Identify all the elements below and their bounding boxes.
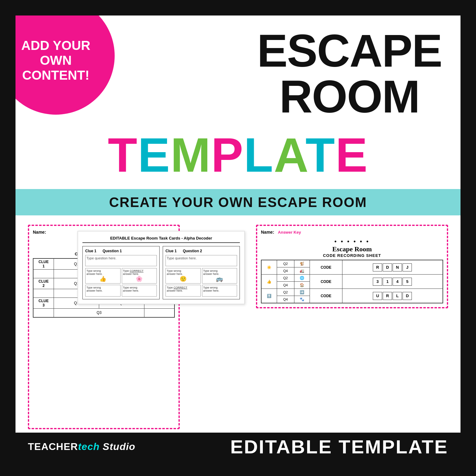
ak-code-answers-1: R D N J bbox=[342, 260, 443, 275]
ws-clue-1-q3 bbox=[33, 270, 54, 278]
ws-right-escape-room: Escape Room bbox=[261, 245, 443, 253]
ws-right-recording: CODE RECORDING SHEET bbox=[261, 253, 443, 258]
editable-template-text: EDITABLE TEMPLATE bbox=[230, 436, 448, 458]
brand-teacher: TEACHER bbox=[28, 441, 78, 452]
ws-clue-2-q3 bbox=[33, 289, 54, 298]
ak-code-answers-3: U R L D bbox=[342, 289, 443, 303]
ak-emoji-globe: 🌐 bbox=[294, 275, 310, 282]
ak-code-answers-2: 3 1 4 5 bbox=[342, 275, 443, 289]
brand-studio: Studio bbox=[103, 441, 135, 452]
ws-clue-3-label: CLUE3 bbox=[33, 298, 54, 309]
ak-q4-2: Q4 bbox=[277, 282, 294, 289]
ak-emoji-right: ➡️ bbox=[294, 289, 310, 296]
pink-blob-text: ADD YOUROWNCONTENT! bbox=[15, 20, 100, 92]
ws-clue-1-label: CLUE1 bbox=[33, 258, 54, 270]
ak-emoji-monkey: 🐒 bbox=[294, 260, 310, 267]
main-container: ⚡ ADD YOUROWNCONTENT! ESCAPE ROOM TEMPLA… bbox=[15, 15, 461, 461]
ak-emoji-paw: 🐾 bbox=[294, 296, 310, 303]
task-q2-answers: Type wronganswer here. 🙂 Type wronganswe… bbox=[165, 268, 237, 297]
escape-room-title: ESCAPE ROOM bbox=[257, 28, 442, 120]
pink-blob: ADD YOUROWNCONTENT! bbox=[15, 15, 115, 115]
ak-emoji-truck: 🚛 bbox=[294, 267, 310, 275]
task-section-1: Clue 1 Question 1 Type question here. Ty… bbox=[82, 246, 160, 299]
answer-key-table: ☀️ Q2 🐒 CODE R D N J Q4 🚛 bbox=[261, 260, 443, 303]
template-m: M bbox=[170, 128, 211, 182]
task-card-grid: Clue 1 Question 1 Type question here. Ty… bbox=[82, 246, 240, 299]
task-clue-1: Clue 1 bbox=[85, 249, 96, 253]
task-answer-1-4: Type wronganswer here. bbox=[122, 285, 157, 297]
brand-tech: tech bbox=[78, 441, 100, 452]
escape-text: ESCAPE bbox=[257, 28, 442, 74]
template-l: L bbox=[244, 128, 274, 182]
ak-code-label-2: CODE bbox=[310, 275, 342, 289]
task-q1-box: Type question here. bbox=[85, 255, 157, 266]
ak-emoji-thumbs: 👍 bbox=[261, 275, 277, 289]
template-t: T bbox=[108, 128, 138, 182]
ws-right-title: • • • • • • Escape Room CODE RECORDING S… bbox=[261, 238, 443, 258]
task-q2-box: Type question here. bbox=[165, 255, 237, 266]
ak-code-label-3: CODE bbox=[310, 289, 342, 303]
template-t2: T bbox=[306, 128, 336, 182]
teal-banner: CREATE YOUR OWN ESCAPE ROOM bbox=[15, 189, 461, 215]
ws-clue3-q3: Q3 bbox=[54, 309, 144, 317]
task-question-2: Question 2 bbox=[183, 249, 202, 253]
task-section-2-header: Clue 1 Question 2 bbox=[165, 249, 237, 253]
header-area: ADD YOUROWNCONTENT! ESCAPE ROOM TEMPLATE bbox=[15, 15, 461, 189]
ak-q2-3: Q2 bbox=[277, 289, 294, 296]
teal-banner-text: CREATE YOUR OWN ESCAPE ROOM bbox=[109, 195, 367, 210]
bottom-bar: TEACHERtech Studio EDITABLE TEMPLATE bbox=[15, 433, 461, 461]
ws-right-dots: • • • • • • bbox=[261, 238, 443, 245]
ak-emoji-up: ⬆️ bbox=[261, 289, 277, 303]
ak-q4-1: Q4 bbox=[277, 267, 294, 275]
content-area: Name: • • • • • • • Escape Room CODE REC… bbox=[15, 215, 461, 439]
ws-right-name: Name: bbox=[261, 230, 274, 235]
ws-clue-2-label: CLUE2 bbox=[33, 278, 54, 289]
ak-q4-3: Q4 bbox=[277, 296, 294, 303]
ak-emoji-clock: 🏠 bbox=[294, 282, 310, 289]
task-card: EDITABLE Escape Room Task Cards - Alpha … bbox=[77, 231, 245, 304]
template-a: A bbox=[274, 128, 305, 182]
ak-q2-2: Q2 bbox=[277, 275, 294, 282]
ak-q2-1: Q2 bbox=[277, 260, 294, 267]
task-answer-2-3: Type CORRECTanswer here. bbox=[165, 285, 201, 297]
task-clue-2: Clue 1 bbox=[165, 249, 177, 253]
task-answer-1-3: Type wronganswer here. bbox=[85, 285, 121, 297]
ws-clue-3-q3 bbox=[33, 309, 54, 317]
template-e2: E bbox=[336, 128, 368, 182]
ak-emoji-sun: ☀️ bbox=[261, 260, 277, 275]
task-question-1: Question 1 bbox=[103, 249, 122, 253]
task-answer-1-1: Type wronganswer here. 👍 bbox=[85, 268, 121, 284]
ak-code-label-1: CODE bbox=[310, 260, 342, 275]
task-section-1-header: Clue 1 Question 1 bbox=[85, 249, 157, 253]
ws-code-3-extra bbox=[144, 309, 174, 317]
ws-right-answer-key: Answer Key bbox=[278, 230, 301, 235]
template-line: TEMPLATE bbox=[15, 128, 461, 183]
template-p: P bbox=[211, 128, 244, 182]
task-section-2: Clue 1 Question 2 Type question here. Ty… bbox=[163, 246, 240, 299]
room-text: ROOM bbox=[257, 74, 442, 120]
worksheet-right: Name: Answer Key • • • • • • Escape Room… bbox=[256, 225, 448, 308]
task-answer-2-2: Type wronganswer here. 🚌 bbox=[202, 268, 237, 284]
brand-logo: TEACHERtech Studio bbox=[28, 441, 135, 452]
task-answer-2-1: Type wronganswer here. 🙂 bbox=[165, 268, 201, 284]
task-q1-answers: Type wronganswer here. 👍 Type CORRECTans… bbox=[85, 268, 157, 297]
task-card-title: EDITABLE Escape Room Task Cards - Alpha … bbox=[82, 236, 240, 243]
task-answer-1-2: Type CORRECTanswer here. 🌸 bbox=[122, 268, 157, 284]
task-answer-2-4: Type wronganswer here. bbox=[202, 285, 237, 297]
template-e: E bbox=[138, 128, 170, 182]
